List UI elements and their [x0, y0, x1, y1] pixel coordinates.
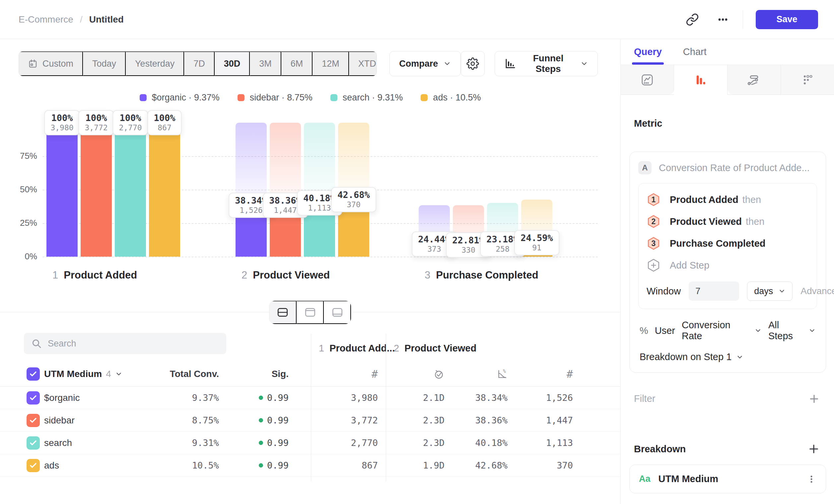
metric-title: Conversion Rate of Product Adde... [659, 162, 810, 174]
funnel-bar-organic-step1[interactable] [46, 123, 78, 257]
tab-chart[interactable]: Chart [683, 39, 707, 65]
range-custom[interactable]: Custom [19, 51, 83, 76]
window-value-input[interactable] [689, 281, 739, 301]
more-menu-button[interactable] [714, 11, 731, 28]
query-step-2[interactable]: 2Product Viewedthen [646, 210, 809, 232]
step-name: Purchase Completed [436, 269, 538, 281]
range-7d[interactable]: 7D [184, 51, 215, 76]
table-row-search[interactable]: search9.31%0.992,7702.3D40.18%1,113 [0, 432, 620, 454]
table-row-ads[interactable]: ads10.5%0.998671.9D42.68%370 [0, 454, 620, 477]
funnel-bar-search-step1[interactable] [115, 123, 146, 257]
total-conv-column-header[interactable]: Total Conv. [163, 369, 219, 379]
row-checkbox[interactable] [26, 391, 40, 405]
legend-item-search[interactable]: search · 9.31% [330, 92, 403, 103]
breakdown-section-row: Breakdown [634, 443, 819, 455]
search-box[interactable] [24, 333, 226, 354]
row-checkbox[interactable] [26, 459, 40, 472]
row-total-conv: 10.5% [163, 460, 219, 471]
table-column-divider [311, 334, 311, 481]
chart-type-selector[interactable]: Funnel Steps [495, 51, 598, 76]
step1-count-column[interactable]: # [311, 368, 386, 380]
legend-text: sidebar · 8.75% [250, 92, 312, 103]
range-12m[interactable]: 12M [312, 51, 349, 76]
compare-button[interactable]: Compare [390, 51, 461, 76]
add-breakdown-button[interactable] [808, 443, 819, 455]
step-name: Product Added [64, 269, 137, 281]
view-table-only-button[interactable] [297, 301, 324, 324]
legend-item-ads[interactable]: ads · 10.5% [421, 92, 481, 103]
chart-settings-button[interactable] [461, 51, 485, 76]
metric-type-flows[interactable] [727, 65, 781, 94]
bar-count-label: 1,113 [303, 204, 336, 212]
breadcrumb-report-title[interactable]: Untitled [89, 14, 124, 25]
range-30d[interactable]: 30D [215, 51, 250, 76]
breakdown-on-step-dropdown[interactable]: Breakdown on Step 1 [638, 351, 817, 362]
metric-type-matrix[interactable] [781, 65, 834, 94]
kebab-menu-icon[interactable] [807, 474, 816, 484]
legend-item-sidebar[interactable]: sidebar · 8.75% [238, 92, 312, 103]
sig-column-header[interactable]: Sig. [219, 369, 289, 379]
step2-count-column[interactable]: # [508, 368, 573, 380]
add-step-hex-icon [646, 258, 660, 272]
view-chart-only-button[interactable] [324, 301, 351, 324]
bar-count-label: 867 [154, 123, 175, 132]
tab-query[interactable]: Query [634, 39, 662, 65]
report-content: CustomTodayYesterday7D30D3M6M12MXTD Comp… [0, 39, 620, 477]
table-row-organic[interactable]: $organic9.37%0.993,9802.1D38.34%1,526 [0, 387, 620, 409]
advanced-toggle[interactable]: Advanced [800, 286, 834, 296]
add-step-button[interactable]: Add Step [646, 254, 809, 276]
legend-text: search · 9.31% [343, 92, 403, 103]
measurement-dropdown[interactable]: Conversion Rate [682, 320, 762, 342]
step-then-label: then [746, 216, 764, 227]
filter-label: Filter [634, 393, 655, 404]
search-input[interactable] [48, 339, 219, 349]
conversion-rate-column[interactable]: % [444, 368, 508, 380]
bar-pct-label: 100% [154, 113, 175, 123]
share-link-button[interactable] [684, 11, 701, 28]
line-chart-icon [640, 73, 654, 87]
range-yesterday[interactable]: Yesterday [126, 51, 184, 76]
row-label: sidebar [40, 415, 163, 426]
query-step-1[interactable]: 1Product Addedthen [646, 189, 809, 210]
funnel-bar-sidebar-step1[interactable] [81, 123, 112, 257]
row-total-conv: 9.37% [163, 393, 219, 403]
metric-name-row[interactable]: A Conversion Rate of Product Adde... [638, 161, 817, 175]
metric-badge: A [638, 161, 652, 175]
breakdown-property-card[interactable]: Aa UTM Medium [629, 464, 826, 494]
step-name: Product Viewed [253, 269, 330, 281]
funnel-bar-ads-step1[interactable] [149, 123, 180, 257]
table-row-sidebar[interactable]: sidebar8.75%0.993,7722.3D38.36%1,447 [0, 409, 620, 432]
row-checkbox[interactable] [26, 414, 40, 427]
avg-time-column[interactable] [386, 368, 444, 380]
window-unit-dropdown[interactable]: days [747, 281, 792, 301]
metric-type-trend[interactable] [621, 65, 674, 94]
view-split-button[interactable] [269, 301, 297, 324]
layout-table-top-icon [304, 306, 316, 319]
breakdown-label: Breakdown [634, 444, 686, 455]
row-avg-time: 1.9D [386, 460, 444, 471]
ellipsis-icon [716, 13, 729, 26]
range-today[interactable]: Today [83, 51, 126, 76]
query-step-3[interactable]: 3Purchase Completed [646, 232, 809, 254]
select-all-checkbox[interactable] [26, 367, 40, 381]
save-button[interactable]: Save [756, 10, 818, 29]
legend-item-organic[interactable]: $organic · 9.37% [140, 92, 220, 103]
range-xtd[interactable]: XTD [349, 51, 377, 76]
metric-type-funnel[interactable] [674, 65, 727, 94]
row-checkbox[interactable] [26, 436, 40, 450]
app-window: E-Commerce / Untitled Save CustomTodayYe… [0, 0, 834, 504]
row-avg-time: 2.3D [386, 438, 444, 448]
add-filter-button[interactable] [809, 394, 819, 404]
bar-pct-label: 100% [50, 113, 73, 123]
row-significance: 0.99 [219, 438, 289, 448]
breakdown-property-name: UTM Medium [659, 474, 718, 484]
sig-dot [259, 395, 263, 400]
group-column-header[interactable]: UTM Medium 4 [40, 369, 163, 379]
steps-scope-dropdown[interactable]: All Steps [768, 320, 816, 342]
range-6m[interactable]: 6M [281, 51, 313, 76]
window-label: Window [646, 286, 681, 297]
entity-label[interactable]: User [655, 325, 675, 336]
range-3m[interactable]: 3M [250, 51, 281, 76]
breadcrumb-workspace[interactable]: E-Commerce [19, 14, 73, 25]
bar-count-label: 370 [337, 200, 370, 209]
